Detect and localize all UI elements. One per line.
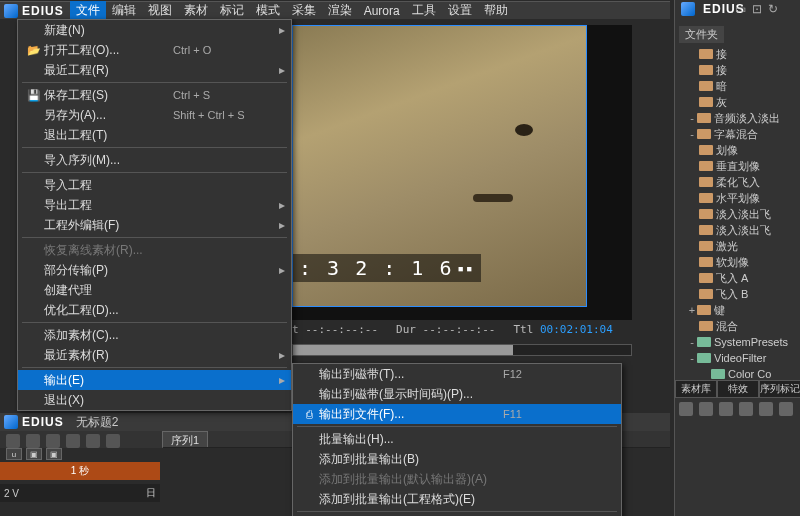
panel-btn-icon[interactable] <box>739 402 753 416</box>
tree-node-icon <box>697 113 711 123</box>
tab-markers[interactable]: 序列标记 <box>759 380 800 398</box>
menu-item[interactable]: 新建(N)▸ <box>18 20 291 40</box>
menu-item[interactable]: 退出(X) <box>18 390 291 410</box>
preview-monitor: : 3 2 : 1 6 ▪▪ <box>292 25 632 320</box>
tree-toggle-icon[interactable]: - <box>687 352 697 364</box>
menu-item[interactable]: 📂打开工程(O)...Ctrl + O <box>18 40 291 60</box>
track-1[interactable]: 1 秒 <box>0 462 160 480</box>
menu-item[interactable]: 添加素材(C)... <box>18 325 291 345</box>
tree-item[interactable]: 淡入淡出飞 <box>679 222 797 238</box>
preview-scrollbar[interactable] <box>292 344 632 356</box>
menu-item[interactable]: 导入工程 <box>18 175 291 195</box>
tree-item[interactable]: 混合 <box>679 318 797 334</box>
scrollbar-thumb[interactable] <box>293 345 513 355</box>
menu-item[interactable]: 最近工程(R)▸ <box>18 60 291 80</box>
menu-edit[interactable]: 编辑 <box>106 1 142 20</box>
tree-toggle-icon[interactable]: - <box>687 128 697 140</box>
menu-item[interactable]: 创建代理 <box>18 280 291 300</box>
menu-tools[interactable]: 工具 <box>406 1 442 20</box>
info-ttl-value: 00:02:01:04 <box>540 323 613 336</box>
menu-item-shortcut: F11 <box>503 408 603 420</box>
tl-tool-icon[interactable] <box>86 434 100 448</box>
panel-tool-icon[interactable]: ⊡ <box>752 2 762 16</box>
tab-library[interactable]: 素材库 <box>675 380 717 398</box>
tree-item[interactable]: 接 <box>679 62 797 78</box>
tab-effects[interactable]: 特效 <box>717 380 759 398</box>
menu-item-label: 输出到磁带(T)... <box>319 366 503 383</box>
tree-item[interactable]: 柔化飞入 <box>679 174 797 190</box>
menu-item[interactable]: 添加到批量输出(B) <box>293 449 621 469</box>
menu-item[interactable]: 导入序列(M)... <box>18 150 291 170</box>
tl-tool-icon[interactable] <box>46 434 60 448</box>
tree-toggle-icon[interactable]: + <box>687 304 697 316</box>
tree-node-icon <box>697 337 711 347</box>
video-frame[interactable]: : 3 2 : 1 6 ▪▪ <box>292 25 587 307</box>
tree-node-icon <box>711 369 725 379</box>
tree-item[interactable]: -SystemPresets <box>679 334 797 350</box>
menu-capture[interactable]: 采集 <box>286 1 322 20</box>
menu-clip[interactable]: 素材 <box>178 1 214 20</box>
panel-btn-icon[interactable] <box>719 402 733 416</box>
menu-item-label: 最近工程(R) <box>44 62 173 79</box>
menu-item[interactable]: 工程外编辑(F)▸ <box>18 215 291 235</box>
panel-btn-icon[interactable] <box>779 402 793 416</box>
track-ctrl-icon[interactable]: ▣ <box>46 448 62 460</box>
tree-item[interactable]: 垂直划像 <box>679 158 797 174</box>
menu-mode[interactable]: 模式 <box>250 1 286 20</box>
menu-item[interactable]: 添加到批量输出(工程格式)(E) <box>293 489 621 509</box>
tl-tool-icon[interactable] <box>26 434 40 448</box>
panel-btn-icon[interactable] <box>699 402 713 416</box>
tree-item[interactable]: 淡入淡出飞 <box>679 206 797 222</box>
menu-item[interactable]: ⎙输出到文件(F)...F11 <box>293 404 621 424</box>
panel-btn-icon[interactable] <box>679 402 693 416</box>
menu-item[interactable]: 输出到磁带(显示时间码)(P)... <box>293 384 621 404</box>
effects-tree: 接接暗灰-音频淡入淡出-字幕混合划像垂直划像柔化飞入水平划像淡入淡出飞淡入淡出飞… <box>679 46 797 382</box>
menu-render[interactable]: 渲染 <box>322 1 358 20</box>
track-2[interactable]: 2 V 日 <box>0 484 160 502</box>
tree-item[interactable]: 水平划像 <box>679 190 797 206</box>
menu-item[interactable]: 优化工程(D)... <box>18 300 291 320</box>
tree-item[interactable]: 飞入 A <box>679 270 797 286</box>
tl-tool-icon[interactable] <box>66 434 80 448</box>
tree-item[interactable]: 灰 <box>679 94 797 110</box>
panel-tool-icon[interactable]: ↻ <box>768 2 778 16</box>
menu-marker[interactable]: 标记 <box>214 1 250 20</box>
menu-item[interactable]: 导出工程▸ <box>18 195 291 215</box>
tree-node-icon <box>699 81 713 91</box>
menu-help[interactable]: 帮助 <box>478 1 514 20</box>
menu-file[interactable]: 文件 <box>70 1 106 20</box>
menu-settings[interactable]: 设置 <box>442 1 478 20</box>
folder-tab[interactable]: 文件夹 <box>679 26 724 43</box>
track-ctrl-icon[interactable]: u <box>6 448 22 460</box>
menu-item[interactable]: 输出到磁带(T)...F12 <box>293 364 621 384</box>
tl-tool-icon[interactable] <box>6 434 20 448</box>
tree-item[interactable]: -音频淡入淡出 <box>679 110 797 126</box>
tree-item[interactable]: 飞入 B <box>679 286 797 302</box>
tree-toggle-icon[interactable]: - <box>687 336 697 348</box>
tree-item[interactable]: +键 <box>679 302 797 318</box>
tree-item[interactable]: -字幕混合 <box>679 126 797 142</box>
tl-tool-icon[interactable] <box>106 434 120 448</box>
tree-item[interactable]: 划像 <box>679 142 797 158</box>
menu-item[interactable]: 批量输出(H)... <box>293 429 621 449</box>
tree-node-icon <box>699 161 713 171</box>
tree-item[interactable]: 软划像 <box>679 254 797 270</box>
tree-item[interactable]: 暗 <box>679 78 797 94</box>
panel-tool-icon[interactable]: ▭ <box>735 2 746 16</box>
menu-view[interactable]: 视图 <box>142 1 178 20</box>
tree-node-icon <box>699 65 713 75</box>
menu-aurora[interactable]: Aurora <box>358 3 406 19</box>
menu-item[interactable]: 部分传输(P)▸ <box>18 260 291 280</box>
tree-item[interactable]: 接 <box>679 46 797 62</box>
tree-toggle-icon[interactable]: - <box>687 112 697 124</box>
menu-item-label: 最近素材(R) <box>44 347 173 364</box>
menu-item[interactable]: 另存为(A)...Shift + Ctrl + S <box>18 105 291 125</box>
menu-item[interactable]: 退出工程(T) <box>18 125 291 145</box>
menu-item[interactable]: 💾保存工程(S)Ctrl + S <box>18 85 291 105</box>
track-ctrl-icon[interactable]: ▣ <box>26 448 42 460</box>
tree-item[interactable]: -VideoFilter <box>679 350 797 366</box>
menu-item[interactable]: 最近素材(R)▸ <box>18 345 291 365</box>
menu-item[interactable]: 输出(E)▸ <box>18 370 291 390</box>
panel-btn-icon[interactable] <box>759 402 773 416</box>
tree-item[interactable]: 激光 <box>679 238 797 254</box>
